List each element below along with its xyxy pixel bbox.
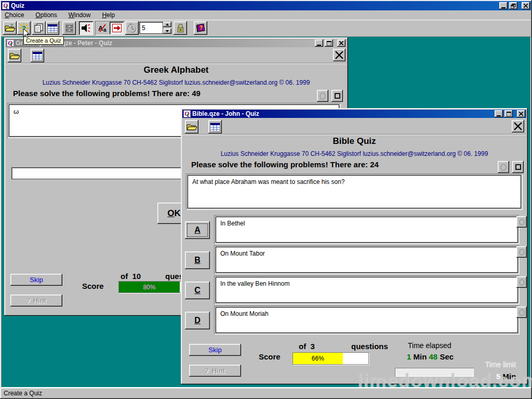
spinner-up-button[interactable] [163, 22, 171, 27]
answer-d-button[interactable]: D [185, 312, 210, 329]
bible-open-button[interactable] [185, 120, 198, 134]
help-button[interactable]: ? [194, 21, 207, 35]
svg-text:?: ? [200, 25, 203, 31]
exit-arrow-icon [112, 24, 122, 32]
time-spinner[interactable]: 5 [139, 22, 171, 34]
bible-question-panel: At what place Abraham was meant to sacri… [186, 174, 523, 210]
greek-table-button[interactable] [31, 49, 44, 62]
close-button[interactable] [522, 2, 530, 9]
bible-quiz-window: Q Bible.qze - John - Quiz [181, 108, 528, 384]
folder-open-icon [9, 51, 20, 60]
bible-stop-quiz-button[interactable] [512, 120, 524, 132]
time-limit-label: Time limit [485, 360, 515, 368]
copy-icon [34, 23, 44, 33]
menu-window[interactable]: Window [65, 10, 95, 20]
time-spinner-value[interactable]: 5 [139, 22, 163, 34]
answer-a-sound-button[interactable] [516, 216, 527, 228]
greek-open-button[interactable] [8, 49, 21, 62]
spinner-down-icon [166, 30, 169, 32]
help-book-icon: ? [195, 23, 206, 33]
spinner-down-button[interactable] [163, 29, 171, 34]
greek-quiz-heading: Greek Alphabet [4, 65, 348, 75]
statusbar-text: Create a Quiz [4, 390, 42, 397]
bible-author-line: Luzius Schneider Kruggasse 70 CH-5462 Si… [181, 150, 528, 157]
greek-stop-quiz-button[interactable] [333, 49, 345, 61]
bible-stop-button[interactable] [512, 161, 524, 173]
bible-titlebar[interactable]: Q Bible.qze - John - Quiz [182, 110, 526, 118]
answer-b-button[interactable]: B [185, 251, 210, 269]
open-quiz-icon: ? [4, 23, 16, 33]
folder-open-icon [186, 122, 197, 131]
greek-stop-button[interactable] [331, 90, 343, 102]
bible-question-text: At what place Abraham was meant to sacri… [188, 175, 521, 208]
minimize-button[interactable] [499, 2, 508, 9]
bible-questions-label: questions [351, 342, 388, 351]
greek-toolbar [6, 48, 347, 63]
answer-c-text: In the valley Ben Hinnom [216, 277, 518, 303]
answer-c-button[interactable]: C [185, 282, 210, 299]
greek-window-icon: Q [7, 39, 14, 47]
oval-icon [320, 92, 326, 100]
hint-sparkle-icon: ❓︎ [26, 297, 30, 304]
main-toolbar: ? ? [1, 20, 531, 36]
menu-choice[interactable]: Choice [1, 10, 28, 20]
bible-quiz-heading: Bible Quiz [181, 136, 528, 147]
bible-minimize-button[interactable] [495, 110, 503, 117]
greek-minimize-button[interactable] [315, 39, 323, 47]
oval-icon [519, 309, 525, 316]
sound-toggle-button[interactable] [79, 21, 93, 35]
bible-window-title: Bible.qze - John - Quiz [192, 110, 493, 117]
lock-button[interactable] [174, 21, 187, 35]
greek-score-fill: 80% [119, 282, 180, 292]
bible-table-button[interactable] [208, 120, 222, 134]
menu-help[interactable]: Help [98, 10, 118, 20]
copy-button[interactable] [32, 21, 46, 35]
big-x-icon [335, 51, 343, 59]
restore-button[interactable] [509, 2, 517, 9]
greek-prompt: Please solve the following problems! The… [13, 89, 201, 98]
answer-a-panel: In Bethel [214, 215, 520, 244]
menubar: Choice Options Window Help [1, 10, 531, 20]
maximize-icon [327, 41, 331, 46]
answer-b-sound-button[interactable] [516, 246, 527, 258]
bible-sound-play-button[interactable] [498, 161, 509, 173]
answer-d-text: On Mount Moriah [216, 307, 518, 333]
menu-options[interactable]: Options [32, 10, 60, 20]
answer-d-sound-button[interactable] [516, 307, 527, 318]
answer-table-button[interactable] [46, 21, 59, 35]
card-file-button[interactable] [62, 21, 76, 35]
greek-maximize-button[interactable] [325, 39, 333, 47]
font-button[interactable]: A a [96, 22, 109, 34]
square-icon [335, 93, 340, 99]
oval-icon [519, 249, 525, 256]
svg-text:?: ? [10, 23, 13, 28]
answer-a-text: In Bethel [216, 217, 518, 243]
main-window: Q Quiz Choice Options Window Help ? [0, 0, 532, 399]
close-icon [519, 112, 523, 116]
answer-a-button[interactable]: A [185, 221, 210, 239]
answer-c-sound-button[interactable] [516, 276, 527, 288]
greek-author-line: Luzius Schneider Kruggasse 70 CH-5462 Si… [4, 79, 348, 86]
svg-text:a: a [103, 27, 107, 33]
greek-skip-button[interactable]: Skip [10, 274, 62, 286]
main-titlebar: Q Quiz [1, 1, 531, 10]
timer-button[interactable] [125, 21, 139, 35]
bible-prompt: Please solve the following problems! The… [191, 160, 379, 169]
bible-maximize-button[interactable] [504, 110, 513, 117]
greek-total-questions: 10 [132, 272, 141, 281]
bible-close-button[interactable] [517, 110, 525, 117]
timer-icon [127, 23, 137, 33]
table-icon [32, 51, 43, 60]
elapsed-minutes: 1 [407, 352, 411, 361]
open-quiz-button[interactable]: ? [3, 21, 17, 35]
greek-hint-button[interactable]: ❓︎ Hint [10, 295, 62, 307]
bible-of-label: of 3 [299, 342, 315, 351]
greek-sound-play-button[interactable] [317, 90, 328, 102]
answer-d-panel: On Mount Moriah [214, 305, 520, 335]
main-window-title: Quiz [11, 2, 498, 9]
greek-close-button[interactable] [337, 39, 345, 47]
bible-hint-button[interactable]: ❓︎ Hint [189, 365, 241, 377]
minutes-unit: Min [414, 352, 427, 361]
exit-button[interactable] [110, 22, 124, 34]
bible-skip-button[interactable]: Skip [189, 344, 241, 356]
